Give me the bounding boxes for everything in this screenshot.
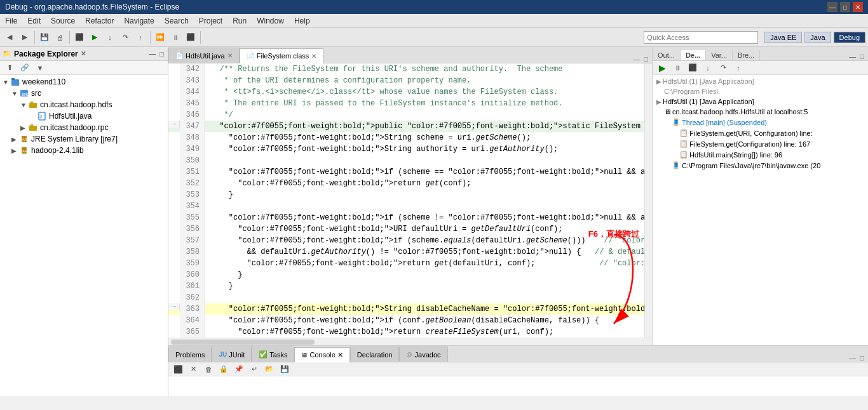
- debug-item-4[interactable]: 🧵Thread [main] (Suspended): [654, 117, 867, 128]
- tree-expand-6[interactable]: ▶: [11, 147, 19, 154]
- toolbar-step-over[interactable]: ↷: [118, 30, 132, 44]
- close-btn[interactable]: ✕: [853, 2, 863, 12]
- debug-item-1[interactable]: C:\Program Files\: [654, 86, 867, 96]
- collapse-all-btn[interactable]: ⬆: [3, 61, 17, 75]
- tree-item-5[interactable]: ▶JARJRE System Library [jre7]: [0, 133, 168, 145]
- editor-minimize-btn[interactable]: —: [632, 55, 641, 63]
- toolbar-back[interactable]: ◀: [3, 30, 17, 44]
- console-pin-btn[interactable]: 📌: [232, 362, 246, 376]
- tree-expand-5[interactable]: ▶: [11, 136, 19, 143]
- line-content-343[interactable]: * of the URI determines a configuration …: [205, 75, 471, 86]
- menu-navigate[interactable]: Navigate: [119, 15, 159, 27]
- tree-expand-2[interactable]: ▼: [20, 102, 28, 109]
- debug-minimize-btn[interactable]: —: [848, 53, 857, 60]
- debug-item-7[interactable]: 📋HdfsUtil.main(String[]) line: 96: [654, 149, 867, 160]
- vertical-scrollbar[interactable]: [644, 63, 652, 338]
- tab-hdfsutil-close[interactable]: ✕: [227, 52, 233, 59]
- view-javaee[interactable]: Java EE: [764, 32, 802, 43]
- line-content-359[interactable]: "color:#7f0055;font-weight:bold;">return…: [205, 258, 644, 269]
- minimize-btn[interactable]: —: [827, 2, 837, 12]
- editor-panel-btns[interactable]: — □: [629, 55, 652, 63]
- debug-item-5[interactable]: 📋FileSystem.get(URI, Configuration) line…: [654, 128, 867, 138]
- line-marker-347[interactable]: →: [168, 121, 180, 128]
- debug-item-0[interactable]: ▶ HdfsUtil (1) [Java Application]: [654, 76, 867, 86]
- debug-tree[interactable]: ▶ HdfsUtil (1) [Java Application] C:\Pro…: [653, 75, 868, 345]
- code-view[interactable]: 342 /** Returns the FileSystem for this …: [168, 63, 644, 338]
- toolbar-step-into[interactable]: ↓: [103, 30, 117, 44]
- bottom-maximize-btn[interactable]: □: [858, 354, 865, 362]
- quick-access-input[interactable]: [644, 31, 758, 44]
- scroll-thumb[interactable]: [171, 340, 315, 345]
- view-debug[interactable]: Debug: [834, 32, 865, 43]
- tree-item-4[interactable]: ▶cn.itcast.hadoop.rpc: [0, 122, 168, 133]
- bottom-minimize-btn[interactable]: —: [848, 354, 857, 362]
- toolbar-resume[interactable]: ⏩: [153, 30, 167, 44]
- bottom-tab-console[interactable]: 🖥 Console ✕: [294, 347, 349, 362]
- toolbar-forward[interactable]: ▶: [18, 30, 32, 44]
- line-marker-363[interactable]: →: [168, 303, 180, 310]
- tab-hdfsutil[interactable]: 📄 HdfsUtil.java ✕: [168, 48, 240, 63]
- tree-item-0[interactable]: ▼weekend110: [0, 76, 168, 88]
- tree-item-2[interactable]: ▼cn.itcast.hadoop.hdfs: [0, 99, 168, 110]
- debug-suspend-btn[interactable]: ⏸: [670, 61, 684, 75]
- line-content-348[interactable]: "color:#7f0055;font-weight:bold;">String…: [205, 132, 531, 143]
- console-tab-close[interactable]: ✕: [337, 351, 343, 359]
- console-remove-btn[interactable]: ✕: [186, 362, 200, 376]
- line-content-360[interactable]: }: [205, 269, 242, 281]
- menu-file[interactable]: File: [0, 15, 22, 27]
- line-content-357[interactable]: "color:#7f0055;font-weight:bold;">if (sc…: [205, 235, 644, 246]
- console-clear-btn[interactable]: 🗑: [201, 362, 215, 376]
- debug-item-2[interactable]: ▶HdfsUtil (1) [Java Application]: [654, 96, 867, 107]
- line-content-353[interactable]: }: [205, 189, 233, 201]
- menu-project[interactable]: Project: [194, 15, 227, 27]
- line-content-347[interactable]: "color:#7f0055;font-weight:bold;">public…: [205, 121, 644, 132]
- debug-item-6[interactable]: 📋FileSystem.get(Configuration) line: 167: [654, 138, 867, 149]
- line-content-351[interactable]: "color:#7f0055;font-weight:bold;">if (sc…: [205, 166, 644, 178]
- tree-expand-1[interactable]: ▼: [11, 90, 19, 97]
- debug-step-over-btn[interactable]: ↷: [716, 61, 730, 75]
- panel-header-btns[interactable]: — □: [147, 50, 165, 58]
- toolbar-save[interactable]: 💾: [37, 30, 51, 44]
- editor-maximize-btn[interactable]: □: [642, 55, 649, 63]
- toolbar-suspend[interactable]: ⏸: [168, 30, 182, 44]
- debug-maximize-btn[interactable]: □: [858, 53, 865, 60]
- menu-search[interactable]: Search: [159, 15, 194, 27]
- tab-filesystem[interactable]: 📄 FileSystem.class ✕: [240, 48, 324, 63]
- tree-expand-0[interactable]: ▼: [3, 79, 10, 86]
- debug-tab-de[interactable]: De...: [681, 50, 706, 60]
- tree-expand-4[interactable]: ▶: [20, 124, 28, 131]
- view-java[interactable]: Java: [804, 32, 831, 43]
- debug-step-return-btn[interactable]: ↑: [731, 61, 745, 75]
- line-content-346[interactable]: */: [205, 109, 233, 121]
- line-content-349[interactable]: "color:#7f0055;font-weight:bold;">String…: [205, 143, 558, 155]
- line-content-363[interactable]: "color:#7f0055;font-weight:bold;">String…: [205, 303, 644, 315]
- editor-area[interactable]: 342 /** Returns the FileSystem for this …: [168, 63, 652, 338]
- bottom-tab-problems[interactable]: Problems: [168, 347, 212, 362]
- line-content-352[interactable]: "color:#7f0055;font-weight:bold;">return…: [205, 178, 471, 189]
- tree-item-6[interactable]: ▶JARhadoop-2.4.1lib: [0, 145, 168, 156]
- console-save-btn[interactable]: 💾: [278, 362, 292, 376]
- tab-filesystem-close[interactable]: ✕: [311, 53, 316, 60]
- bottom-tab-junit[interactable]: JU JUnit: [212, 347, 252, 362]
- toolbar-step-return[interactable]: ↑: [133, 30, 147, 44]
- link-editor-btn[interactable]: 🔗: [18, 61, 32, 75]
- view-menu-btn[interactable]: ▼: [33, 61, 47, 75]
- debug-tab-out[interactable]: Out...: [653, 50, 681, 60]
- panel-minimize-btn[interactable]: —: [147, 50, 157, 58]
- line-content-365[interactable]: "color:#7f0055;font-weight:bold;">return…: [205, 326, 553, 338]
- menu-help[interactable]: Help: [289, 15, 315, 27]
- menu-run[interactable]: Run: [227, 15, 252, 27]
- debug-step-into-btn[interactable]: ↓: [701, 61, 715, 75]
- tree-item-3[interactable]: JHdfsUtil.java: [0, 110, 168, 122]
- toolbar-run[interactable]: ▶: [88, 30, 102, 44]
- bottom-tab-javadoc[interactable]: @ Javadoc: [399, 347, 447, 362]
- horizontal-scrollbar[interactable]: [168, 338, 652, 345]
- line-content-356[interactable]: "color:#7f0055;font-weight:bold;">URI de…: [205, 223, 563, 235]
- menu-refactor[interactable]: Refactor: [80, 15, 119, 27]
- bottom-tab-tasks[interactable]: ✅ Tasks: [252, 347, 294, 362]
- title-bar-controls[interactable]: — □ ✕: [827, 2, 863, 12]
- debug-tab-bre[interactable]: Bre...: [733, 50, 760, 60]
- console-scroll-lock-btn[interactable]: 🔒: [217, 362, 231, 376]
- toolbar-print[interactable]: 🖨: [53, 30, 67, 44]
- debug-item-8[interactable]: 🧵C:\Program Files\Java\jre7\bin\javaw.ex…: [654, 160, 867, 171]
